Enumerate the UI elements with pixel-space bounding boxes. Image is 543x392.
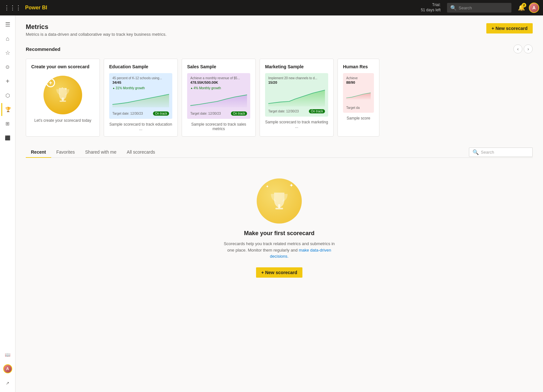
main-content: Metrics Metrics is a data-driven and col… [15, 15, 543, 392]
hamburger-icon: ☰ [5, 21, 10, 28]
page-title: Metrics [26, 23, 167, 31]
metrics-icon: 🏆 [5, 107, 11, 112]
marketing-status-badge: On track [309, 109, 325, 113]
carousel-nav: ‹ › [513, 44, 533, 53]
tab-recent[interactable]: Recent [26, 147, 51, 158]
education-preview-title: 45 percent of K-12 schools using... [112, 76, 169, 80]
svg-rect-8 [278, 204, 280, 208]
trial-info: Trial: 51 days left [421, 3, 441, 13]
recommended-section-header: Recommended ‹ › [26, 44, 533, 53]
learn-icon: 📖 [5, 352, 10, 357]
main-layout: ☰ ⌂ ☆ ⊙ + ⬡ 🏆 ⊞ ⬛ 📖 A [0, 15, 543, 392]
tab-shared-with-me[interactable]: Shared with me [80, 147, 121, 158]
hr-preview-value: 88/90 [346, 81, 371, 84]
empty-state-new-scorecard-button[interactable]: + New scorecard [256, 267, 302, 278]
sales-chart [190, 92, 247, 110]
user-avatar[interactable]: A [529, 3, 539, 13]
recent-icon: ⊙ [5, 64, 10, 70]
sales-footer: Target date: 12/30/23 On track [190, 111, 247, 116]
empty-state: ✦ ✦ Make your first scorecard Scorecards… [26, 166, 533, 291]
marketing-card-desc: Sample scorecard to track marketing ... [265, 120, 328, 129]
sidebar-item-create[interactable]: + [1, 75, 14, 88]
top-navigation: ⋮⋮⋮ Power BI Trial: 51 days left 🔍 🔔 2 A [0, 0, 543, 15]
grid-menu-icon[interactable]: ⋮⋮⋮ [4, 4, 21, 11]
sales-card-title: Sales Sample [187, 64, 250, 69]
recommended-cards-row: Create your own scorecard + ✦ ✦ [26, 59, 533, 137]
sales-preview: Achieve a monthly revenue of $5... 478.5… [187, 73, 250, 119]
sidebar-item-monitoring[interactable]: ⊞ [1, 117, 14, 130]
education-preview: 45 percent of K-12 schools using... 34/4… [109, 73, 172, 119]
tabs-search-box[interactable]: 🔍 [469, 148, 533, 157]
external-icon: ↗ [6, 381, 9, 386]
sidebar-item-learn[interactable]: 📖 [1, 348, 14, 361]
svg-text:✦: ✦ [62, 87, 63, 89]
empty-state-description: Scorecards help you track related metric… [221, 241, 337, 260]
marketing-chart [268, 86, 325, 107]
marketing-preview-title: Implement 20 new channels to d... [268, 76, 325, 80]
education-growth: 31% Monthly growth [112, 86, 169, 90]
sidebar-item-hamburger[interactable]: ☰ [1, 18, 14, 31]
sparkle-icon-tl: ✦ [266, 184, 269, 189]
carousel-prev-button[interactable]: ‹ [513, 44, 522, 53]
sidebar-avatar: A [3, 364, 12, 373]
trophy-svg-large: ✦ ✦ [53, 85, 72, 105]
empty-state-trophy-svg [268, 189, 291, 213]
create-icon: + [6, 78, 10, 85]
education-status-badge: On track [153, 111, 169, 116]
svg-rect-1 [60, 100, 66, 102]
sidebar-item-user[interactable]: A [1, 362, 14, 375]
sidebar-item-apps[interactable]: ⬛ [1, 131, 14, 144]
tab-favorites[interactable]: Favorites [51, 147, 80, 158]
page-header: Metrics Metrics is a data-driven and col… [26, 23, 533, 37]
svg-marker-7 [346, 93, 371, 99]
sidebar: ☰ ⌂ ☆ ⊙ + ⬡ 🏆 ⊞ ⬛ 📖 A [0, 15, 15, 392]
sales-preview-title: Achieve a monthly revenue of $5... [190, 76, 247, 80]
global-search-box[interactable]: 🔍 [447, 3, 511, 13]
datahub-icon: ⬡ [5, 92, 10, 99]
education-sample-card[interactable]: Education Sample 45 percent of K-12 scho… [104, 59, 178, 137]
sales-growth: 4% Monthly growth [190, 86, 247, 90]
marketing-footer: Target date: 12/30/23 On track [268, 109, 325, 113]
human-resources-preview: Achieve 88/90 Target da [343, 73, 374, 113]
sidebar-item-home[interactable]: ⌂ [1, 32, 14, 45]
create-scorecard-card[interactable]: Create your own scorecard + ✦ ✦ [26, 59, 100, 137]
sales-card-desc: Sample scorecard to track sales metrics [187, 122, 250, 131]
tabs-row: Recent Favorites Shared with me All scor… [26, 147, 533, 158]
tab-all-scorecards[interactable]: All scorecards [122, 147, 160, 158]
notification-badge: 2 [522, 3, 526, 7]
carousel-next-button[interactable]: › [524, 44, 533, 53]
notifications-button[interactable]: 🔔 2 [518, 4, 525, 11]
apps-icon: ⬛ [5, 135, 10, 140]
page-subtitle: Metrics is a data-driven and collaborati… [26, 32, 167, 37]
sidebar-item-metrics[interactable]: 🏆 [1, 103, 14, 116]
human-resources-card-title: Human Res [343, 64, 374, 69]
favorites-icon: ☆ [5, 49, 10, 56]
education-preview-value: 34/45 [112, 81, 169, 84]
education-card-desc: Sample scorecard to track education ... [109, 122, 172, 131]
human-resources-card[interactable]: Human Res Achieve 88/90 [338, 59, 379, 137]
svg-text:✦: ✦ [65, 88, 67, 91]
create-card-desc: Let's create your scorecard today [34, 118, 91, 123]
make-data-driven-link[interactable]: make data-driven decisions. [270, 248, 331, 259]
hr-footer: Target da [346, 106, 371, 110]
page-header-text: Metrics Metrics is a data-driven and col… [26, 23, 167, 37]
global-search-input[interactable] [459, 5, 513, 10]
monitoring-icon: ⊞ [5, 121, 10, 127]
hr-card-desc: Sample score [343, 116, 374, 120]
sidebar-item-external[interactable]: ↗ [1, 377, 14, 389]
marketing-sample-card[interactable]: Marketing Sample Implement 20 new channe… [260, 59, 334, 137]
sidebar-item-datahub[interactable]: ⬡ [1, 89, 14, 102]
new-scorecard-button[interactable]: + New scorecard [486, 23, 533, 33]
home-icon: ⌂ [6, 35, 9, 42]
marketing-preview-value: 15/20 [268, 81, 325, 84]
recommended-title: Recommended [26, 46, 61, 52]
sales-sample-card[interactable]: Sales Sample Achieve a monthly revenue o… [182, 59, 256, 137]
sidebar-item-recent[interactable]: ⊙ [1, 61, 14, 73]
search-icon: 🔍 [450, 5, 457, 11]
tabs-search-input[interactable] [481, 150, 529, 155]
create-card-content: + ✦ ✦ Let's create your scorecard t [31, 73, 94, 125]
education-chart [112, 92, 169, 110]
sidebar-item-favorites[interactable]: ☆ [1, 46, 14, 59]
svg-rect-9 [275, 208, 283, 209]
sales-status-badge: On track [231, 111, 247, 116]
